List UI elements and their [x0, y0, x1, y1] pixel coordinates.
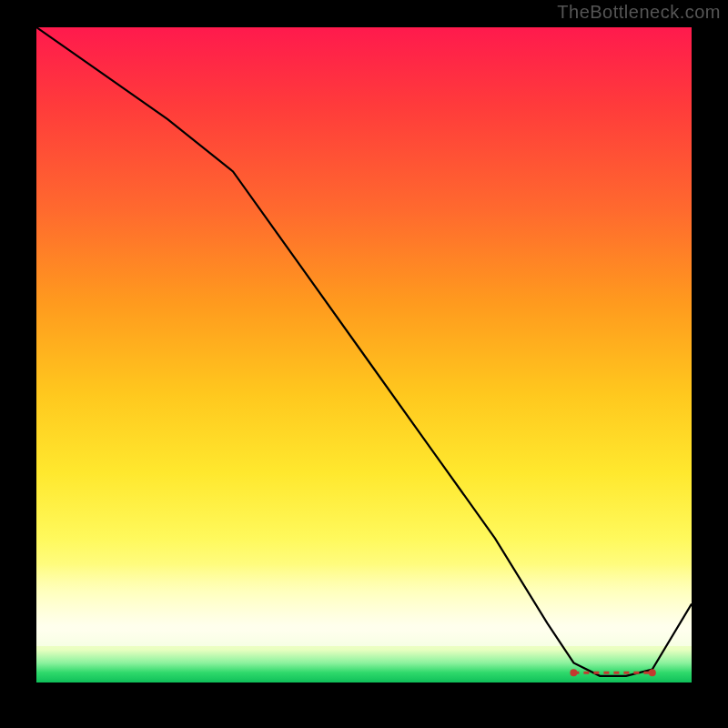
svg-point-2 [649, 669, 656, 676]
watermark-text: TheBottleneck.com [557, 2, 721, 23]
series-curve [36, 27, 692, 676]
svg-point-1 [570, 669, 577, 676]
chart-svg [36, 27, 692, 682]
chart-container: TheBottleneck.com [0, 0, 728, 728]
plot-area [36, 27, 692, 682]
